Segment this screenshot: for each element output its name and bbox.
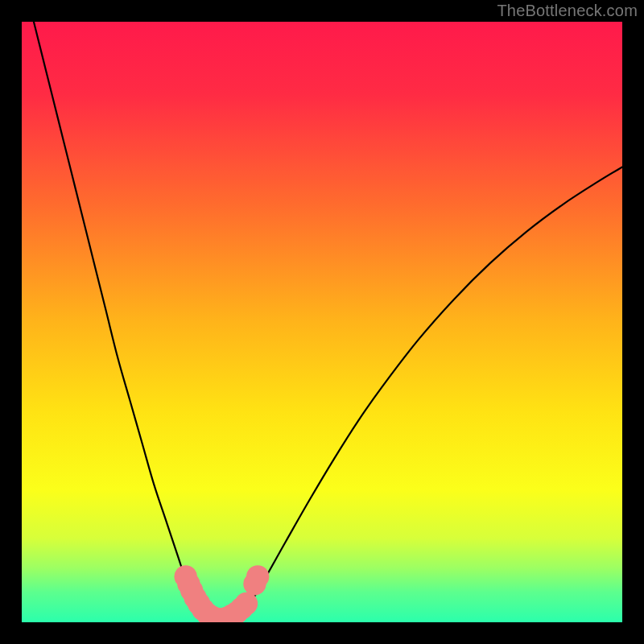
chart-frame: TheBottleneck.com <box>0 0 644 644</box>
chart-plot-area <box>22 22 622 622</box>
watermark-text: TheBottleneck.com <box>497 2 638 20</box>
marker-dot <box>246 565 269 588</box>
chart-background <box>22 22 622 622</box>
chart-svg <box>22 22 622 622</box>
marker-dot <box>235 592 258 615</box>
